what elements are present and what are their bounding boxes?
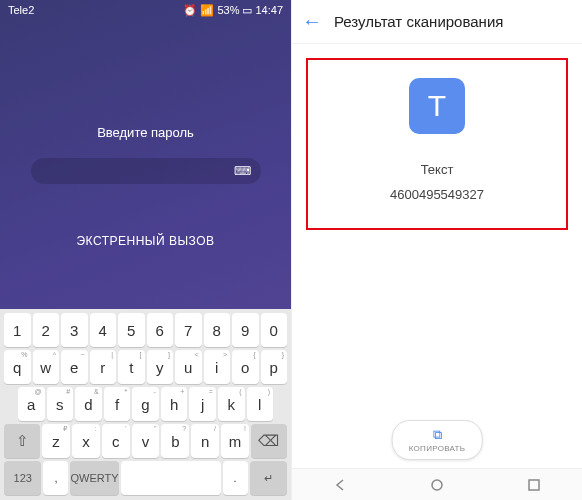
key-p[interactable]: p}: [261, 350, 288, 384]
key-backspace[interactable]: ⌫: [251, 424, 287, 458]
key-z[interactable]: z₽: [42, 424, 70, 458]
key-n[interactable]: n/: [191, 424, 219, 458]
key-b[interactable]: b?: [161, 424, 189, 458]
nav-recent-icon[interactable]: [524, 475, 544, 495]
alarm-icon: ⏰: [183, 4, 197, 17]
key-r[interactable]: r|: [90, 350, 117, 384]
kbd-row-bottom: 123,QWERTY.↵: [2, 461, 289, 495]
copy-button[interactable]: ⧉ КОПИРОВАТЬ: [392, 420, 483, 460]
key-v[interactable]: v": [132, 424, 160, 458]
key-e[interactable]: e~: [61, 350, 88, 384]
emergency-call-button[interactable]: ЭКСТРЕННЫЙ ВЫЗОВ: [76, 234, 214, 248]
key-i[interactable]: i>: [204, 350, 231, 384]
key-6[interactable]: 6: [147, 313, 174, 347]
key-t[interactable]: t[: [118, 350, 145, 384]
key-g[interactable]: g-: [132, 387, 159, 421]
key-9[interactable]: 9: [232, 313, 259, 347]
key-f[interactable]: f*: [104, 387, 131, 421]
key-l[interactable]: l): [247, 387, 274, 421]
battery-icon: ▭: [242, 4, 252, 17]
scan-result-card: T Текст 4600495549327: [306, 58, 568, 230]
key-q[interactable]: q%: [4, 350, 31, 384]
key-d[interactable]: d&: [75, 387, 102, 421]
svg-point-0: [432, 480, 442, 490]
key-m[interactable]: m!: [221, 424, 249, 458]
key-layout[interactable]: QWERTY: [70, 461, 118, 495]
kbd-row-2: q%w^e~r|t[y]u<i>o{p}: [2, 350, 289, 384]
lockscreen-phone: Tele2 ⏰ 📶 53% ▭ 14:47 Введите пароль ⌨ Э…: [0, 0, 291, 500]
key-switch-123[interactable]: 123: [4, 461, 41, 495]
page-title: Результат сканирования: [334, 13, 503, 30]
key-space[interactable]: [121, 461, 221, 495]
key-k[interactable]: k(: [218, 387, 245, 421]
key-comma[interactable]: ,: [43, 461, 68, 495]
password-prompt: Введите пароль: [97, 125, 194, 140]
svg-rect-1: [529, 480, 539, 490]
key-h[interactable]: h+: [161, 387, 188, 421]
key-s[interactable]: s#: [47, 387, 74, 421]
nav-back-icon[interactable]: [330, 475, 350, 495]
copy-icon: ⧉: [433, 427, 442, 443]
key-j[interactable]: j=: [189, 387, 216, 421]
kbd-row-3: a@s#d&f*g-h+j=k(l): [2, 387, 289, 421]
key-x[interactable]: x:: [72, 424, 100, 458]
copy-label: КОПИРОВАТЬ: [409, 444, 466, 453]
soft-keyboard: 1234567890 q%w^e~r|t[y]u<i>o{p} a@s#d&f*…: [0, 309, 291, 500]
nav-bar: [292, 468, 582, 500]
key-w[interactable]: w^: [33, 350, 60, 384]
kbd-row-4: ⇧z₽x:c'v"b?n/m!⌫: [2, 424, 289, 458]
key-0[interactable]: 0: [261, 313, 288, 347]
key-1[interactable]: 1: [4, 313, 31, 347]
key-7[interactable]: 7: [175, 313, 202, 347]
key-period[interactable]: .: [223, 461, 248, 495]
key-8[interactable]: 8: [204, 313, 231, 347]
key-3[interactable]: 3: [61, 313, 88, 347]
result-type-label: Текст: [421, 162, 454, 177]
key-o[interactable]: o{: [232, 350, 259, 384]
carrier-label: Tele2: [8, 4, 34, 16]
key-a[interactable]: a@: [18, 387, 45, 421]
key-4[interactable]: 4: [90, 313, 117, 347]
key-shift[interactable]: ⇧: [4, 424, 40, 458]
clock: 14:47: [255, 4, 283, 16]
key-y[interactable]: y]: [147, 350, 174, 384]
back-arrow-icon[interactable]: ←: [302, 10, 322, 33]
nav-home-icon[interactable]: [427, 475, 447, 495]
kbd-row-numbers: 1234567890: [2, 313, 289, 347]
result-value: 4600495549327: [390, 187, 484, 202]
signal-icon: 📶: [200, 4, 214, 17]
top-bar: ← Результат сканирования: [292, 0, 582, 44]
scan-result-phone: ← Результат сканирования T Текст 4600495…: [291, 0, 582, 500]
keyboard-icon[interactable]: ⌨: [234, 164, 251, 178]
key-2[interactable]: 2: [33, 313, 60, 347]
key-u[interactable]: u<: [175, 350, 202, 384]
key-c[interactable]: c': [102, 424, 130, 458]
battery-pct: 53%: [217, 4, 239, 16]
password-input[interactable]: ⌨: [31, 158, 261, 184]
key-5[interactable]: 5: [118, 313, 145, 347]
key-enter[interactable]: ↵: [250, 461, 287, 495]
status-bar: Tele2 ⏰ 📶 53% ▭ 14:47: [0, 0, 291, 20]
text-type-icon: T: [409, 78, 465, 134]
